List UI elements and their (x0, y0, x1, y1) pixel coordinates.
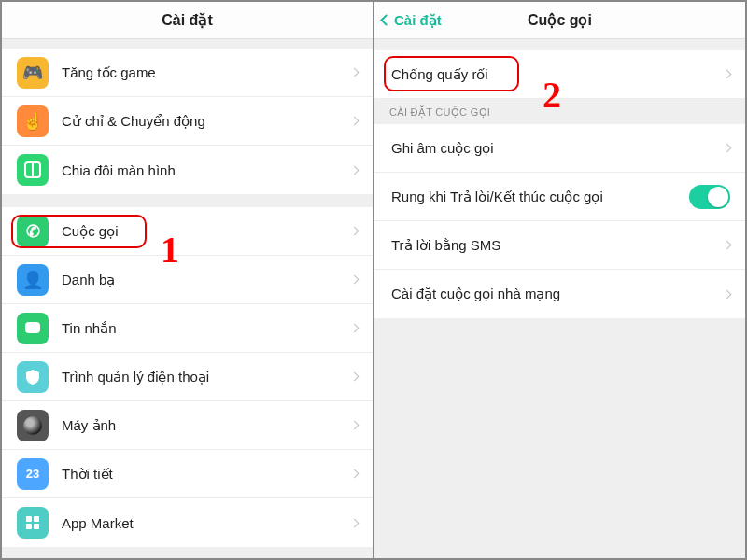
split-icon (17, 154, 49, 186)
back-button[interactable]: Cài đặt (382, 12, 442, 29)
chevron-icon (723, 70, 732, 79)
row-label: Chia đôi màn hình (62, 162, 351, 178)
row-vibrate-answer-end[interactable]: Rung khi Trả lời/Kết thúc cuộc gọi (374, 173, 745, 221)
row-label: App Market (62, 515, 351, 531)
row-phone-manager[interactable]: Trình quản lý điện thoại (2, 353, 373, 401)
svg-rect-3 (26, 516, 32, 522)
svg-rect-2 (25, 322, 40, 333)
chevron-left-icon (380, 14, 392, 26)
row-label: Rung khi Trả lời/Kết thúc cuộc gọi (391, 189, 689, 205)
chevron-icon (350, 518, 359, 527)
chevron-icon (350, 421, 359, 430)
row-label: Danh bạ (62, 272, 351, 288)
row-app-market[interactable]: App Market (2, 498, 373, 547)
camera-icon (17, 410, 49, 441)
svg-rect-4 (34, 516, 39, 522)
chevron-icon (350, 324, 359, 333)
svg-rect-6 (34, 524, 39, 529)
header-right: Cài đặt Cuộc gọi (374, 2, 745, 39)
row-call-recording[interactable]: Ghi âm cuộc gọi (374, 124, 745, 173)
page-title: Cài đặt (162, 11, 212, 29)
weather-icon: 23 (17, 458, 49, 490)
chevron-icon (723, 289, 732, 299)
message-icon (17, 313, 49, 344)
gesture-icon: ☝ (17, 105, 49, 137)
row-label: Ghi âm cuộc gọi (391, 140, 724, 157)
row-camera[interactable]: Máy ảnh (2, 401, 373, 450)
contacts-icon: 👤 (17, 264, 49, 296)
row-weather[interactable]: 23 Thời tiết (2, 450, 373, 498)
call-settings-panel: Cài đặt Cuộc gọi Chống quấy rối CÀI ĐẶT … (374, 2, 745, 558)
row-gesture[interactable]: ☝ Cử chỉ & Chuyển động (2, 97, 373, 146)
row-splitscreen[interactable]: Chia đôi màn hình (2, 146, 373, 194)
chevron-icon (350, 68, 359, 77)
row-label: Tin nhắn (62, 320, 351, 337)
phone-icon: ✆ (17, 216, 49, 247)
back-label: Cài đặt (394, 12, 442, 29)
row-label: Chống quấy rối (391, 66, 724, 83)
chevron-icon (723, 144, 732, 153)
row-sms-reply[interactable]: Trả lời bằng SMS (374, 221, 745, 270)
page-title: Cuộc gọi (528, 11, 592, 29)
settings-list[interactable]: 🎮 Tăng tốc game ☝ Cử chỉ & Chuyển động C… (2, 39, 373, 558)
chevron-icon (350, 227, 359, 236)
svg-rect-5 (26, 524, 32, 529)
chevron-icon (350, 117, 359, 126)
call-settings-list[interactable]: Chống quấy rối CÀI ĐẶT CUỘC GỌI Ghi âm c… (374, 39, 745, 558)
row-call[interactable]: ✆ Cuộc gọi (2, 207, 373, 256)
row-label: Cuộc gọi (62, 223, 351, 240)
row-label: Máy ảnh (62, 417, 351, 434)
row-messages[interactable]: Tin nhắn (2, 304, 373, 353)
settings-panel: Cài đặt 🎮 Tăng tốc game ☝ Cử chỉ & Chuyể… (2, 2, 374, 558)
market-icon (17, 507, 49, 539)
header-left: Cài đặt (2, 2, 373, 39)
shield-icon (17, 361, 49, 393)
row-contacts[interactable]: 👤 Danh bạ (2, 256, 373, 304)
chevron-icon (350, 165, 359, 175)
chevron-icon (350, 469, 359, 479)
row-label: Cử chỉ & Chuyển động (62, 113, 351, 130)
row-game-boost[interactable]: 🎮 Tăng tốc game (2, 49, 373, 97)
chevron-icon (723, 241, 732, 250)
row-label: Trình quản lý điện thoại (62, 369, 351, 385)
chevron-icon (350, 275, 359, 285)
game-icon: 🎮 (17, 57, 49, 89)
row-label: Thời tiết (62, 466, 351, 483)
row-anti-harassment[interactable]: Chống quấy rối (374, 50, 745, 99)
row-label: Cài đặt cuộc gọi nhà mạng (391, 286, 724, 302)
row-label: Trả lời bằng SMS (391, 237, 724, 254)
row-carrier-call-settings[interactable]: Cài đặt cuộc gọi nhà mạng (374, 270, 745, 318)
chevron-icon (350, 372, 359, 382)
toggle-switch[interactable] (689, 185, 730, 209)
section-header: CÀI ĐẶT CUỘC GỌI (374, 99, 745, 124)
row-label: Tăng tốc game (62, 64, 351, 81)
